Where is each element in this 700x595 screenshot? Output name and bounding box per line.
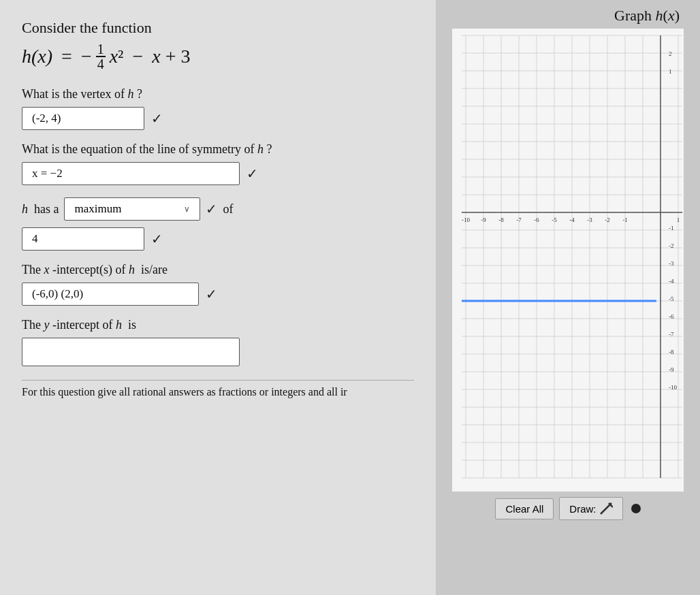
svg-text:-2: -2 [669, 242, 674, 249]
svg-text:-8: -8 [498, 216, 504, 223]
graph-title: Graph h(x) [614, 7, 700, 25]
negative-sign: − [81, 46, 92, 67]
graph-svg: -10 -9 -8 -7 -6 -5 -4 -3 -2 -1 1 2 1 -1 … [452, 29, 684, 492]
vertex-checkmark: ✓ [151, 110, 163, 127]
fraction-numerator: 1 [96, 42, 106, 57]
symmetry-checkmark: ✓ [246, 165, 258, 182]
maxmin-checkmark: ✓ [206, 201, 217, 217]
svg-text:-7: -7 [669, 331, 674, 338]
equals-sign: = [57, 46, 77, 67]
svg-text:-2: -2 [605, 216, 610, 223]
minus-sign: − [128, 46, 148, 67]
dropdown-arrow-icon: ∨ [184, 204, 190, 214]
svg-text:-6: -6 [534, 216, 539, 223]
xintercept-answer-row: (-6,0) (2,0) ✓ [22, 283, 414, 306]
svg-text:-1: -1 [622, 216, 628, 223]
svg-text:-9: -9 [669, 366, 674, 373]
xintercept-question-text: The x -intercept(s) of h is/are [22, 263, 414, 277]
maxmin-value-checkmark: ✓ [151, 231, 163, 247]
svg-text:-9: -9 [481, 216, 486, 223]
right-panel: Graph h(x) [436, 0, 700, 595]
vertex-question-text: What is the vertex of h ? [22, 87, 414, 101]
yintercept-question: The y -intercept of h is [22, 318, 414, 366]
symmetry-question: What is the equation of the line of symm… [22, 142, 414, 185]
svg-text:2: 2 [669, 50, 672, 57]
fraction: 1 4 [96, 42, 106, 71]
draw-icon [599, 502, 613, 515]
function-display: h(x) = − 1 4 x² − x + 3 [22, 42, 414, 71]
vertex-answer-row: (-2, 4) ✓ [22, 107, 414, 130]
svg-text:-4: -4 [669, 278, 674, 285]
svg-text:-3: -3 [587, 216, 592, 223]
intro-section: Consider the function h(x) = − 1 4 x² − … [22, 19, 414, 71]
clear-all-button[interactable]: Clear All [495, 498, 554, 519]
svg-text:-6: -6 [669, 313, 674, 320]
vertex-question: What is the vertex of h ? (-2, 4) ✓ [22, 87, 414, 130]
svg-text:1: 1 [677, 216, 680, 223]
xintercept-checkmark: ✓ [206, 286, 217, 302]
svg-text:-8: -8 [669, 349, 674, 355]
maxmin-dropdown[interactable]: maximum ∨ [64, 197, 200, 221]
yintercept-answer-row [22, 338, 414, 366]
xintercept-answer-box[interactable]: (-6,0) (2,0) [22, 283, 199, 306]
symmetry-question-text: What is the equation of the line of symm… [22, 142, 414, 157]
bullet-dot [631, 504, 641, 513]
symmetry-answer-box[interactable]: x = −2 [22, 162, 240, 185]
maxmin-answer-box[interactable]: 4 [22, 227, 144, 251]
svg-text:1: 1 [669, 68, 672, 75]
fraction-denominator: 4 [96, 57, 106, 71]
left-panel: Consider the function h(x) = − 1 4 x² − … [0, 0, 436, 595]
draw-button[interactable]: Draw: [559, 497, 622, 520]
svg-text:-1: -1 [669, 225, 674, 231]
of-text: of [223, 202, 233, 216]
function-name: h(x) [22, 46, 52, 67]
linear-term: x + 3 [152, 46, 190, 67]
symmetry-answer-row: x = −2 ✓ [22, 162, 414, 185]
footer-text: For this question give all rational answ… [22, 380, 414, 398]
maxmin-value: maximum [74, 202, 121, 216]
svg-text:-10: -10 [462, 216, 470, 223]
svg-text:-3: -3 [669, 260, 674, 267]
maxmin-question: h has a maximum ∨ ✓ of 4 ✓ [22, 197, 414, 251]
xintercept-question: The x -intercept(s) of h is/are (-6,0) (… [22, 263, 414, 306]
graph-area[interactable]: -10 -9 -8 -7 -6 -5 -4 -3 -2 -1 1 2 1 -1 … [452, 29, 684, 492]
yintercept-answer-box[interactable] [22, 338, 240, 366]
x-squared: x² [110, 46, 124, 67]
maxmin-row: h has a maximum ∨ ✓ of [22, 197, 414, 221]
graph-controls: Clear All Draw: [495, 497, 640, 520]
svg-text:-5: -5 [552, 216, 557, 223]
intro-text: Consider the function [22, 19, 414, 37]
yintercept-question-text: The y -intercept of h is [22, 318, 414, 332]
svg-text:-7: -7 [516, 216, 522, 223]
svg-text:-10: -10 [669, 384, 677, 391]
svg-rect-0 [452, 29, 684, 492]
svg-text:-5: -5 [669, 295, 674, 302]
draw-label: Draw: [569, 503, 596, 515]
vertex-answer-box[interactable]: (-2, 4) [22, 107, 144, 130]
maxmin-prefix: h has a [22, 202, 59, 216]
maxmin-value-row: 4 ✓ [22, 227, 414, 251]
svg-text:-4: -4 [569, 216, 575, 223]
